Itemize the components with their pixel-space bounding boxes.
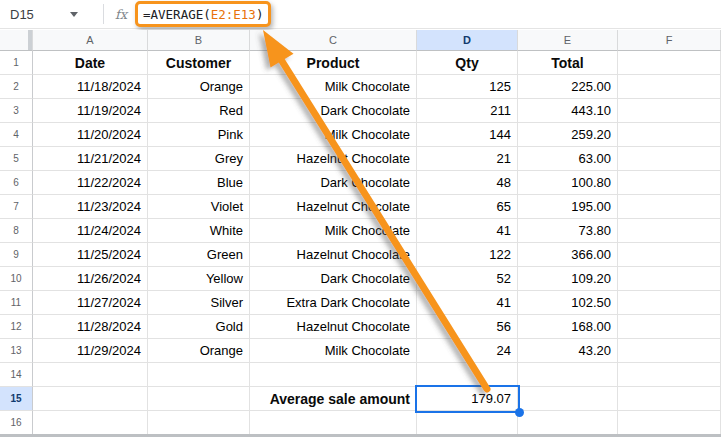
cell-F6[interactable] [618, 171, 721, 195]
cell-A16[interactable] [33, 411, 148, 435]
row-header-10[interactable]: 10 [0, 267, 33, 291]
cell-A13[interactable]: 11/29/2024 [33, 339, 148, 363]
cell-D10[interactable]: 52 [417, 267, 518, 291]
cell-E6[interactable]: 100.80 [518, 171, 618, 195]
row-header-15[interactable]: 15 [0, 387, 33, 411]
cell-A11[interactable]: 11/27/2024 [33, 291, 148, 315]
cell-E12[interactable]: 168.00 [518, 315, 618, 339]
cell-C10[interactable]: Dark Chocolate [250, 267, 417, 291]
cell-C14[interactable] [250, 363, 417, 387]
cell-E5[interactable]: 63.00 [518, 147, 618, 171]
cell-B16[interactable] [148, 411, 250, 435]
cell-F2[interactable] [618, 75, 721, 99]
cell-C15[interactable]: Average sale amount [250, 387, 417, 411]
cell-B15[interactable] [148, 387, 250, 411]
cell-D3[interactable]: 211 [417, 99, 518, 123]
name-box-dropdown-icon[interactable] [70, 12, 78, 17]
cell-D6[interactable]: 48 [417, 171, 518, 195]
cell-F3[interactable] [618, 99, 721, 123]
row-header-11[interactable]: 11 [0, 291, 33, 315]
cell-B7[interactable]: Violet [148, 195, 250, 219]
cell-F10[interactable] [618, 267, 721, 291]
cell-E11[interactable]: 102.50 [518, 291, 618, 315]
row-header-2[interactable]: 2 [0, 75, 33, 99]
cell-B8[interactable]: White [148, 219, 250, 243]
row-header-16[interactable]: 16 [0, 411, 33, 435]
cell-A1[interactable]: Date [33, 51, 148, 75]
col-header-D[interactable]: D [417, 30, 518, 51]
cell-E13[interactable]: 43.20 [518, 339, 618, 363]
cell-C12[interactable]: Hazelnut Chocolate [250, 315, 417, 339]
cell-A5[interactable]: 11/21/2024 [33, 147, 148, 171]
cell-B11[interactable]: Silver [148, 291, 250, 315]
cell-B14[interactable] [148, 363, 250, 387]
cell-D11[interactable]: 41 [417, 291, 518, 315]
row-header-6[interactable]: 6 [0, 171, 33, 195]
cell-B3[interactable]: Red [148, 99, 250, 123]
cell-B13[interactable]: Orange [148, 339, 250, 363]
cell-E4[interactable]: 259.20 [518, 123, 618, 147]
cell-A14[interactable] [33, 363, 148, 387]
col-header-C[interactable]: C [250, 30, 417, 51]
row-header-12[interactable]: 12 [0, 315, 33, 339]
cell-A4[interactable]: 11/20/2024 [33, 123, 148, 147]
cell-B2[interactable]: Orange [148, 75, 250, 99]
cell-B12[interactable]: Gold [148, 315, 250, 339]
cell-C6[interactable]: Dark Chocolate [250, 171, 417, 195]
cell-C5[interactable]: Hazelnut Chocolate [250, 147, 417, 171]
cell-C4[interactable]: Milk Chocolate [250, 123, 417, 147]
formula-input[interactable]: =AVERAGE(E2:E13) [135, 1, 271, 27]
cell-B4[interactable]: Pink [148, 123, 250, 147]
cell-E9[interactable]: 366.00 [518, 243, 618, 267]
cell-D14[interactable] [417, 363, 518, 387]
row-header-1[interactable]: 1 [0, 51, 33, 75]
cell-A10[interactable]: 11/26/2024 [33, 267, 148, 291]
cell-F11[interactable] [618, 291, 721, 315]
cell-D13[interactable]: 24 [417, 339, 518, 363]
row-header-5[interactable]: 5 [0, 147, 33, 171]
cell-B10[interactable]: Yellow [148, 267, 250, 291]
cell-C11[interactable]: Extra Dark Chocolate [250, 291, 417, 315]
cell-A8[interactable]: 11/24/2024 [33, 219, 148, 243]
col-header-B[interactable]: B [148, 30, 250, 51]
cell-C1[interactable]: Product [250, 51, 417, 75]
cell-E15[interactable] [518, 387, 618, 411]
cell-B9[interactable]: Green [148, 243, 250, 267]
cell-E16[interactable] [518, 411, 618, 435]
cell-A6[interactable]: 11/22/2024 [33, 171, 148, 195]
cell-A2[interactable]: 11/18/2024 [33, 75, 148, 99]
cell-A12[interactable]: 11/28/2024 [33, 315, 148, 339]
cell-E2[interactable]: 225.00 [518, 75, 618, 99]
select-all-corner[interactable] [0, 30, 33, 51]
row-header-8[interactable]: 8 [0, 219, 33, 243]
cell-D5[interactable]: 21 [417, 147, 518, 171]
cell-A3[interactable]: 11/19/2024 [33, 99, 148, 123]
cell-D4[interactable]: 144 [417, 123, 518, 147]
cell-E8[interactable]: 73.80 [518, 219, 618, 243]
cell-A7[interactable]: 11/23/2024 [33, 195, 148, 219]
cell-D12[interactable]: 56 [417, 315, 518, 339]
cell-F5[interactable] [618, 147, 721, 171]
cell-C9[interactable]: Hazelnut Chocolate [250, 243, 417, 267]
name-box[interactable]: D15 [10, 7, 78, 22]
cell-F1[interactable] [618, 51, 721, 75]
cell-F4[interactable] [618, 123, 721, 147]
cell-C16[interactable] [250, 411, 417, 435]
cell-E1[interactable]: Total [518, 51, 618, 75]
cell-D9[interactable]: 122 [417, 243, 518, 267]
col-header-F[interactable]: F [618, 30, 721, 51]
row-header-9[interactable]: 9 [0, 243, 33, 267]
cell-F7[interactable] [618, 195, 721, 219]
cell-C2[interactable]: Milk Chocolate [250, 75, 417, 99]
cell-B1[interactable]: Customer [148, 51, 250, 75]
row-header-4[interactable]: 4 [0, 123, 33, 147]
col-header-E[interactable]: E [518, 30, 618, 51]
cell-F8[interactable] [618, 219, 721, 243]
cell-F12[interactable] [618, 315, 721, 339]
cell-D15[interactable]: 179.07 [417, 387, 518, 411]
cell-B5[interactable]: Grey [148, 147, 250, 171]
cell-B6[interactable]: Blue [148, 171, 250, 195]
cell-D7[interactable]: 65 [417, 195, 518, 219]
cell-C13[interactable]: Milk Chocolate [250, 339, 417, 363]
cell-F13[interactable] [618, 339, 721, 363]
